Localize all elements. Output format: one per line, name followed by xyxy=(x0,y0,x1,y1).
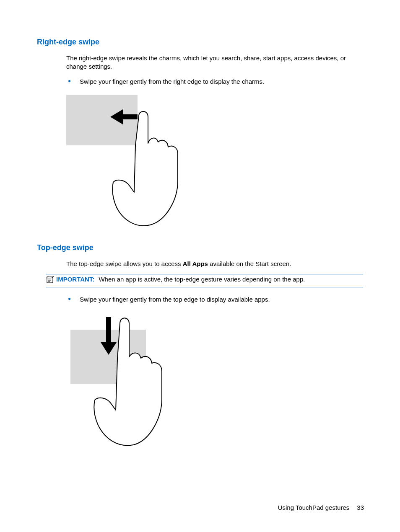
important-content: IMPORTANT:When an app is active, the top… xyxy=(56,276,363,283)
footer-section-title: Using TouchPad gestures xyxy=(278,504,350,511)
note-icon xyxy=(46,276,55,286)
footer-page-number: 33 xyxy=(357,504,364,511)
svg-rect-1 xyxy=(121,114,138,119)
top-edge-swipe-illustration xyxy=(66,313,192,451)
top-edge-intro-prefix: The top-edge swipe allows you to access xyxy=(66,260,183,267)
document-page: Right-edge swipe The right-edge swipe re… xyxy=(0,0,400,532)
right-edge-swipe-illustration xyxy=(66,95,192,229)
bullet-list-top-edge: Swipe your finger gently from the top ed… xyxy=(37,295,363,304)
page-footer: Using TouchPad gestures33 xyxy=(278,504,364,511)
figure-right-edge-swipe xyxy=(66,95,363,231)
bullet-right-edge-instruction: Swipe your finger gently from the right … xyxy=(66,77,363,86)
bullet-list-right-edge: Swipe your finger gently from the right … xyxy=(37,77,363,86)
bullet-top-edge-instruction: Swipe your finger gently from the top ed… xyxy=(66,295,363,304)
paragraph-right-edge-intro: The right-edge swipe reveals the charms,… xyxy=(37,54,363,71)
heading-right-edge-swipe: Right-edge swipe xyxy=(37,38,363,46)
heading-top-edge-swipe: Top-edge swipe xyxy=(37,243,363,252)
svg-rect-0 xyxy=(66,95,138,145)
svg-rect-8 xyxy=(106,317,111,344)
important-text-body: When an app is active, the top-edge gest… xyxy=(99,276,305,283)
top-edge-intro-bold: All Apps xyxy=(183,260,208,267)
paragraph-top-edge-intro: The top-edge swipe allows you to access … xyxy=(37,260,363,268)
figure-top-edge-swipe xyxy=(66,313,363,453)
important-label: IMPORTANT: xyxy=(56,276,94,283)
top-edge-intro-suffix: available on the Start screen. xyxy=(208,260,291,267)
important-note: IMPORTANT:When an app is active, the top… xyxy=(46,274,363,287)
